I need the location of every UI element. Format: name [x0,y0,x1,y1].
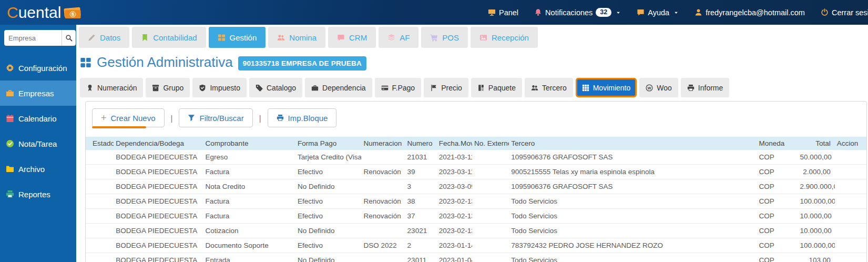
funnel-icon [188,114,195,122]
column-header-forma-pago[interactable]: Forma Pago [295,137,361,150]
company-search-input[interactable] [4,30,62,46]
nav-item-notificaciones[interactable]: Notificaciones32 [534,8,621,17]
subtab-label: Tercero [542,84,567,92]
column-header-numero[interactable]: Numero [405,137,437,150]
subtab-label: F.Pago [392,84,415,92]
column-header-moneda[interactable]: Moneda [757,137,798,150]
cell-comprobante: Factura [203,209,295,224]
search-button[interactable] [62,30,76,46]
row-actions [837,179,864,194]
row-actions [837,238,864,253]
app-logo[interactable]: Cuental $ [0,4,82,22]
sidebar-item-configuracion[interactable]: Configuración [0,55,76,80]
cell-fecha_mov: 2023-02-13 [437,209,472,224]
subtab-catalogo[interactable]: Catalogo [249,78,302,97]
tab-label: Contabilidad [153,33,197,42]
subtab-tercero[interactable]: Tercero [525,78,573,97]
check-circle-icon [6,139,14,148]
cell-forma_pago: No Definido [295,253,361,262]
cell-fecha_mov: 2023-01-04 [437,253,472,262]
column-header-total[interactable]: Total [798,137,835,150]
cell-numero: 23021 [405,224,437,238]
sidebar-item-calendario[interactable]: Calendario [0,106,76,131]
row-actions [837,194,864,208]
tab-nomina[interactable]: Nomina [268,27,325,48]
flag-icon [430,84,437,92]
subtab-grupo[interactable]: Grupo [146,78,190,97]
nav-item-ayuda[interactable]: Ayuda [637,8,679,17]
tab-gestion[interactable]: Gestión [209,27,266,48]
cell-accion-wrap [835,253,866,262]
subtab-dependencia[interactable]: Dependencia [305,78,372,97]
cell-no_externo [472,209,509,224]
main-content: DatosContabilidadGestiónNominaCRMAFPOSRe… [76,25,868,262]
tab-crm[interactable]: CRM [328,27,376,48]
nav-item-panel[interactable]: Panel [488,8,518,17]
tab-contabilidad[interactable]: Contabilidad [132,27,206,48]
column-header-dependencia-bodega[interactable]: Dependencia/Bodega [114,137,203,150]
tab-recepcion[interactable]: Recepción [471,27,538,48]
crear-nuevo-button[interactable]: + Crear Nuevo [92,108,165,127]
column-header-accion[interactable]: Accion [835,137,866,150]
movimiento-panel: + Crear Nuevo | Filtro/Buscar | Imp.Bloq… [85,101,867,262]
tag-icon [256,84,263,92]
imp-bloque-button[interactable]: Imp.Bloque [268,108,337,127]
column-header-tercero[interactable]: Tercero [509,137,757,150]
subtab-impuesto[interactable]: Impuesto [192,78,247,97]
card-icon [381,84,389,92]
top-navbar: Cuental $ PanelNotificaciones32Ayudafred… [0,0,868,25]
subtab-paquete[interactable]: Paquete [471,78,522,97]
cell-moneda: COP [757,238,798,253]
tab-label: CRM [349,33,367,42]
filtro-buscar-label: Filtro/Buscar [199,114,243,123]
tab-label: Nomina [289,33,316,42]
caret-down-icon [616,10,621,15]
row-actions [837,253,864,262]
cell-numeracion [361,179,405,194]
subtab-precio[interactable]: Precio [424,78,468,97]
cell-tercero: 783792432 PEDRO JOSE HERNANDEZ ROZO [509,238,757,253]
cell-numeracion: Renovación [361,209,405,224]
tab-datos[interactable]: Datos [79,27,129,48]
tab-pos[interactable]: POS [421,27,468,48]
cell-no_externo [472,150,509,165]
tab-label: POS [442,33,459,42]
cell-dependencia_bodega: BODEGA PIEDECUESTA [114,165,203,179]
subtab-movimiento[interactable]: Movimiento [576,78,637,97]
movimientos-table: EstadoDependencia/BodegaComprobanteForma… [86,137,866,262]
column-header-numeracion[interactable]: Numeracion [361,137,405,150]
briefcase-icon [6,89,14,97]
nav-item-account[interactable]: fredyrangelcba@hotmail.com [695,8,805,17]
table-row: BODEGA PIEDECUESTAFacturaEfectivoRenovac… [86,194,866,209]
sidebar-item-nota-tarea[interactable]: Nota/Tarea [0,131,76,156]
cell-forma_pago: Efectivo [295,238,361,253]
gear-icon [6,64,14,72]
bell-icon [534,8,542,16]
sidebar-item-empresas[interactable]: Empresas [0,80,76,106]
pencil-icon [88,34,96,42]
sidebar-item-archivo[interactable]: Archivo [0,156,76,182]
subtab-woo[interactable]: WWoo [639,78,678,97]
column-header-estado[interactable]: Estado [86,137,114,150]
cell-dependencia_bodega: BODEGA PIEDECUESTA [114,253,203,262]
filtro-buscar-button[interactable]: Filtro/Buscar [179,108,252,127]
sidebar-item-reportes[interactable]: Reportes [0,182,76,207]
subtab-fpago[interactable]: F.Pago [375,78,422,97]
cell-estado [86,150,114,165]
column-header-fecha-mov[interactable]: Fecha.Mov [437,137,472,150]
column-header-comprobante[interactable]: Comprobante [203,137,295,150]
table-header-row: EstadoDependencia/BodegaComprobanteForma… [86,137,866,150]
nav-item-logout[interactable]: Cerrar sesión [821,8,868,17]
column-header-no-externo[interactable]: No. Externo [472,137,509,150]
subtab-numeracion[interactable]: Numeración [80,78,143,97]
subtab-label: Dependencia [322,84,366,92]
cell-accion-wrap [835,209,866,224]
tab-af[interactable]: AF [379,27,418,48]
cell-numeracion: Renovación [361,194,405,209]
subtab-informe[interactable]: Informe [681,78,729,97]
table-body: BODEGA PIEDECUESTAEgresoTarjeta Credito … [86,150,866,262]
cell-no_externo [472,194,509,209]
separator: | [259,114,261,123]
cell-numeracion [361,150,405,165]
toolbar: + Crear Nuevo | Filtro/Buscar | Imp.Bloq… [86,102,866,130]
